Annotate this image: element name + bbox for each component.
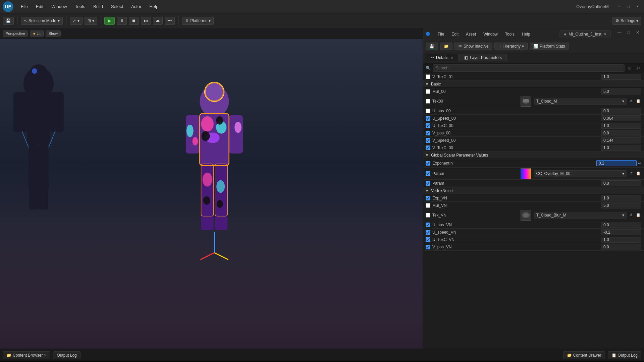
prop-value-v-speed-00[interactable] xyxy=(601,137,641,143)
prop-value-v-pos-vn[interactable] xyxy=(601,244,641,250)
eject-button[interactable]: ⏏ xyxy=(153,17,163,25)
menu-window[interactable]: Window xyxy=(48,3,70,10)
prop-value-mul-00[interactable] xyxy=(601,88,641,95)
prop-value-v-texc-01[interactable] xyxy=(601,74,641,80)
prop-value-u-speed-00[interactable] xyxy=(601,115,641,121)
properties-panel[interactable]: V_TexC_01 ▼ Basic Mul_00 Tex00 xyxy=(423,73,644,349)
tex00-refresh-icon[interactable]: ↺ xyxy=(628,98,634,104)
param-color-selector[interactable]: CC_Overlay_M_00 ▾ xyxy=(534,170,627,177)
menu-tools[interactable]: Tools xyxy=(72,3,89,10)
prop-checkbox-u-speed-vn[interactable] xyxy=(426,230,430,235)
prop-checkbox-u-texc-00[interactable] xyxy=(426,123,430,128)
prop-value-exp-vn[interactable] xyxy=(601,195,641,201)
perspective-button[interactable]: Perspective xyxy=(3,31,28,37)
panel-close-tab[interactable]: ✕ xyxy=(603,32,606,36)
exponent-undo-btn[interactable]: ↩ xyxy=(638,161,641,166)
platforms-button[interactable]: 🖥 Platforms ▾ xyxy=(182,17,214,25)
prop-value-v-texc-00[interactable] xyxy=(601,145,641,151)
stop-button[interactable]: ⏹ xyxy=(129,17,139,25)
panel-main-tab[interactable]: ◆ MI_Outline_3_Inst ✕ xyxy=(559,30,610,38)
prop-checkbox-u-pos-00[interactable] xyxy=(426,109,430,113)
param-color-refresh-icon[interactable]: ↺ xyxy=(628,171,634,177)
content-browser-close[interactable]: ✕ xyxy=(44,353,47,357)
settings-button[interactable]: ⚙ Settings ▾ xyxy=(612,17,641,25)
panel-menu-file[interactable]: File xyxy=(435,31,447,37)
panel-save-btn[interactable]: 💾 xyxy=(426,43,438,50)
tex-vn-refresh-icon[interactable]: ↺ xyxy=(628,212,634,218)
prop-checkbox-v-pos-00[interactable] xyxy=(426,131,430,135)
param-color-browse-icon[interactable]: 📋 xyxy=(635,171,641,177)
content-browser-tab[interactable]: 📁 Content Browser ✕ xyxy=(3,351,50,359)
prop-checkbox-mul-00[interactable] xyxy=(426,89,430,94)
prop-value-v-pos-00[interactable] xyxy=(601,130,641,136)
prop-checkbox-v-speed-00[interactable] xyxy=(426,138,430,143)
prop-checkbox-tex-vn[interactable] xyxy=(426,213,430,218)
tex00-thumbnail[interactable] xyxy=(521,96,531,107)
show-button[interactable]: Show xyxy=(46,31,61,37)
window-close[interactable]: × xyxy=(634,4,641,9)
panel-menu-tools[interactable]: Tools xyxy=(502,31,517,37)
grid-view-icon[interactable]: ⊞ xyxy=(627,65,633,71)
panel-maximize-btn[interactable]: □ xyxy=(626,30,632,38)
prop-value-exponent-in[interactable] xyxy=(596,160,637,166)
tex00-name-selector[interactable]: T_Cloud_M ▾ xyxy=(534,98,627,105)
panel-browse-btn[interactable]: 📁 xyxy=(440,43,452,50)
section-global-scalar[interactable]: ▼ Global Scalar Parameter Values xyxy=(423,152,644,159)
tab-details[interactable]: ✏ Details ✕ xyxy=(426,54,459,61)
prop-value-u-pos-00[interactable] xyxy=(601,108,641,114)
tab-layer-params[interactable]: ◧ Layer Parameters xyxy=(459,54,507,61)
tex-vn-browse-icon[interactable]: 📋 xyxy=(635,212,641,218)
tex-vn-thumbnail[interactable] xyxy=(521,210,531,221)
prop-checkbox-tex00[interactable] xyxy=(426,99,430,104)
prop-checkbox-v-texc-00[interactable] xyxy=(426,145,430,150)
prop-checkbox-u-texc-vn[interactable] xyxy=(426,237,430,242)
menu-file[interactable]: File xyxy=(17,3,31,10)
prop-value-mul-vn[interactable] xyxy=(601,202,641,208)
content-drawer-tab[interactable]: 📁 Content Drawer xyxy=(563,351,605,359)
search-input[interactable] xyxy=(433,64,625,72)
pause-button[interactable]: ⏸ xyxy=(117,17,127,25)
hierarchy-button[interactable]: ⋮ Hierarchy ▾ xyxy=(494,43,528,50)
menu-build[interactable]: Build xyxy=(90,3,106,10)
panel-menu-window[interactable]: Window xyxy=(481,31,500,37)
section-vertex-noise[interactable]: ▼ VertexNoise xyxy=(423,187,644,194)
prop-checkbox-param-color[interactable] xyxy=(426,171,430,176)
prop-value-param[interactable] xyxy=(601,180,641,186)
show-inactive-button[interactable]: 👁 Show Inactive xyxy=(454,43,492,50)
lit-button[interactable]: ● Lit xyxy=(30,31,43,37)
panel-menu-help[interactable]: Help xyxy=(519,31,533,37)
prop-checkbox-param[interactable] xyxy=(426,181,430,186)
prop-value-u-texc-vn[interactable] xyxy=(601,237,641,243)
viewport[interactable]: Perspective ● Lit Show xyxy=(0,28,423,349)
transform-btn[interactable]: ⤢ ▾ xyxy=(70,17,83,25)
platform-stats-button[interactable]: 📊 Platform Stats xyxy=(530,43,569,50)
prop-value-u-pos-vn[interactable] xyxy=(601,222,641,228)
filter-icon[interactable]: ⚙ xyxy=(635,65,641,71)
snap-btn[interactable]: ⊞ ▾ xyxy=(85,17,97,25)
prop-checkbox-exponent-in[interactable] xyxy=(426,161,430,166)
param-color-preview[interactable] xyxy=(521,168,531,179)
skip-button[interactable]: ⏭ xyxy=(141,17,151,25)
prop-checkbox-u-pos-vn[interactable] xyxy=(426,223,430,227)
prop-value-u-speed-vn[interactable] xyxy=(601,229,641,235)
tab-details-close[interactable]: ✕ xyxy=(450,56,453,60)
window-maximize[interactable]: □ xyxy=(625,4,632,9)
panel-close-btn[interactable]: ✕ xyxy=(634,30,641,38)
save-button[interactable]: 💾 xyxy=(3,17,14,25)
prop-checkbox-exp-vn[interactable] xyxy=(426,196,430,200)
prop-checkbox-mul-vn[interactable] xyxy=(426,203,430,208)
menu-help[interactable]: Help xyxy=(146,3,162,10)
menu-edit[interactable]: Edit xyxy=(33,3,47,10)
more-button[interactable]: ••• xyxy=(165,17,175,25)
prop-value-u-texc-00[interactable] xyxy=(601,123,641,129)
prop-checkbox-u-speed-00[interactable] xyxy=(426,116,430,121)
output-log-tab[interactable]: Output Log xyxy=(53,351,80,359)
panel-minimize-btn[interactable]: — xyxy=(615,30,624,38)
panel-menu-edit[interactable]: Edit xyxy=(449,31,461,37)
tex00-browse-icon[interactable]: 📋 xyxy=(635,98,641,104)
play-button[interactable]: ▶ xyxy=(104,17,115,25)
window-minimize[interactable]: − xyxy=(615,4,623,9)
panel-menu-asset[interactable]: Asset xyxy=(463,31,479,37)
selection-mode-button[interactable]: ↖ Selection Mode ▾ xyxy=(21,17,63,25)
menu-select[interactable]: Select xyxy=(108,3,126,10)
